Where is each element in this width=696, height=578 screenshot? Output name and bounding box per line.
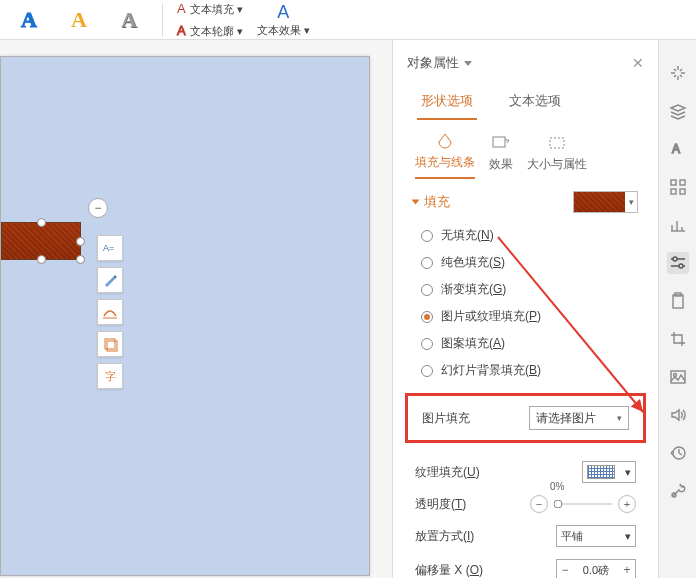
offset-x-label: 偏移量 X (O) [415,562,483,579]
sparkle-icon[interactable] [667,62,689,84]
opacity-label: 透明度(T) [415,496,466,513]
image-icon[interactable] [667,366,689,388]
chart-icon[interactable] [667,214,689,236]
svg-point-16 [679,264,683,268]
resize-handle[interactable] [37,255,46,264]
sound-icon[interactable] [667,404,689,426]
chevron-down-icon[interactable] [464,61,472,66]
crop-rail-icon[interactable] [667,328,689,350]
text-effects-button[interactable]: A 文本效果 ▾ [249,0,318,40]
svg-text:字: 字 [105,370,116,382]
wordart-style-3[interactable]: A [105,3,153,37]
radio-picture-texture-fill[interactable]: 图片或纹理填充(P) [421,308,630,325]
offset-x-input[interactable]: − 0.0磅 + [556,559,636,578]
tab-shape-options[interactable]: 形状选项 [417,86,477,120]
resize-handle[interactable] [37,218,46,227]
crop-button[interactable] [97,331,123,357]
settings-icon[interactable] [667,252,689,274]
tile-mode-label: 放置方式(I) [415,528,474,545]
tab-size-properties[interactable]: 大小与属性 [527,134,587,179]
spin-up[interactable]: + [619,563,635,577]
tools-icon[interactable] [667,480,689,502]
select-picture-button[interactable]: 请选择图片▾ [529,406,629,430]
clipboard-icon[interactable] [667,290,689,312]
wordart-style-2[interactable]: A [55,3,103,37]
zoom-out-icon[interactable]: − [88,198,108,218]
radio-gradient-fill[interactable]: 渐变填充(G) [421,281,630,298]
picture-fill-label: 图片填充 [422,410,470,427]
opacity-decrease[interactable]: − [530,495,548,513]
tab-text-options[interactable]: 文本选项 [505,86,565,120]
resize-handle[interactable] [76,237,85,246]
svg-point-15 [673,257,677,261]
svg-text:A: A [672,142,680,156]
text-fill-button[interactable]: A文本填充 ▾ [171,0,249,19]
svg-rect-11 [671,180,676,185]
close-icon[interactable]: ✕ [632,55,644,71]
slide-canvas[interactable]: − A= 字 [0,40,392,578]
texture-select[interactable]: ▾ [582,461,636,483]
format-painter-button[interactable] [97,267,123,293]
slide-background: − [0,56,370,576]
text-direction-button[interactable]: 字 [97,363,123,389]
svg-rect-17 [673,295,683,308]
spin-down[interactable]: − [557,563,573,577]
text-style-icon[interactable]: A [667,138,689,160]
ribbon-divider [162,3,163,37]
radio-pattern-fill[interactable]: 图案填充(A) [421,335,630,352]
wordart-style-1[interactable]: A [5,3,53,37]
selected-shape[interactable]: − [1,222,81,260]
opacity-increase[interactable]: + [618,495,636,513]
resize-handle[interactable] [76,255,85,264]
svg-rect-5 [493,137,505,147]
svg-point-9 [554,500,562,508]
svg-rect-6 [550,138,564,148]
radio-solid-fill[interactable]: 纯色填充(S) [421,254,630,271]
radio-slide-bg-fill[interactable]: 幻灯片背景填充(B) [421,362,630,379]
history-icon[interactable] [667,442,689,464]
svg-rect-13 [671,189,676,194]
svg-text:A=: A= [103,243,114,253]
picture-fill-highlight: 图片填充 请选择图片▾ [405,393,646,443]
layers-icon[interactable] [667,100,689,122]
right-tool-rail: A [658,40,696,578]
fill-swatch-button[interactable]: ▾ [573,191,638,213]
collapse-icon[interactable] [412,200,420,205]
tile-mode-select[interactable]: 平铺▾ [556,525,636,547]
grid-icon[interactable] [667,176,689,198]
tab-effects[interactable]: 效果 [489,134,513,179]
tab-fill-and-line[interactable]: 填充与线条 [415,132,475,179]
opacity-slider[interactable]: 0% [554,497,612,511]
object-properties-panel: 对象属性 ✕ 形状选项 文本选项 填充与线条 效果 大小与属性 填充 ▾ [392,40,658,578]
svg-rect-12 [680,180,685,185]
svg-rect-14 [680,189,685,194]
panel-title: 对象属性 [407,54,459,72]
fill-section-label: 填充 [424,194,450,209]
texture-fill-label: 纹理填充(U) [415,464,480,481]
edit-text-button[interactable]: A= [97,235,123,261]
radio-no-fill[interactable]: 无填充(N) [421,227,630,244]
text-outline-button[interactable]: A文本轮廓 ▾ [171,21,249,41]
shape-outline-button[interactable] [97,299,123,325]
